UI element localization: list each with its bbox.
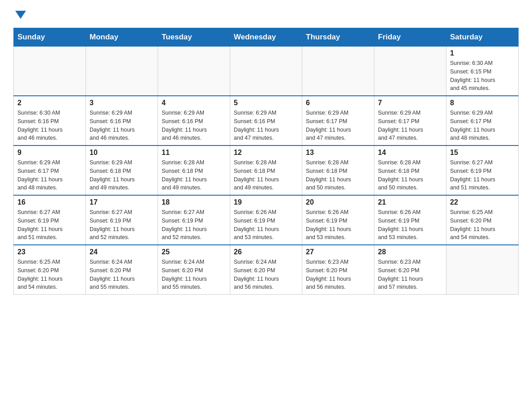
calendar-cell: 16Sunrise: 6:27 AM Sunset: 6:19 PM Dayli… xyxy=(14,195,86,245)
day-sun-info: Sunrise: 6:30 AM Sunset: 6:16 PM Dayligh… xyxy=(17,109,82,142)
day-sun-info: Sunrise: 6:29 AM Sunset: 6:16 PM Dayligh… xyxy=(234,109,298,142)
calendar-table: SundayMondayTuesdayWednesdayThursdayFrid… xyxy=(13,28,519,295)
calendar-cell: 12Sunrise: 6:28 AM Sunset: 6:18 PM Dayli… xyxy=(230,146,302,195)
day-number: 17 xyxy=(90,198,154,206)
day-sun-info: Sunrise: 6:23 AM Sunset: 6:20 PM Dayligh… xyxy=(306,258,370,291)
calendar-cell: 24Sunrise: 6:24 AM Sunset: 6:20 PM Dayli… xyxy=(86,245,158,295)
calendar-cell: 26Sunrise: 6:24 AM Sunset: 6:20 PM Dayli… xyxy=(230,245,302,295)
day-number: 4 xyxy=(162,99,226,107)
calendar-cell: 1Sunrise: 6:30 AM Sunset: 6:15 PM Daylig… xyxy=(446,47,519,96)
day-number: 2 xyxy=(17,99,82,107)
day-number: 6 xyxy=(306,99,370,107)
day-number: 20 xyxy=(306,198,370,206)
calendar-cell: 27Sunrise: 6:23 AM Sunset: 6:20 PM Dayli… xyxy=(302,245,374,295)
day-sun-info: Sunrise: 6:26 AM Sunset: 6:19 PM Dayligh… xyxy=(306,208,370,242)
day-sun-info: Sunrise: 6:29 AM Sunset: 6:17 PM Dayligh… xyxy=(17,158,82,192)
day-sun-info: Sunrise: 6:28 AM Sunset: 6:18 PM Dayligh… xyxy=(162,158,226,192)
day-number: 15 xyxy=(450,149,515,157)
calendar-cell xyxy=(302,47,374,96)
day-sun-info: Sunrise: 6:28 AM Sunset: 6:18 PM Dayligh… xyxy=(378,158,442,192)
calendar-cell: 18Sunrise: 6:27 AM Sunset: 6:19 PM Dayli… xyxy=(158,195,230,245)
day-number: 3 xyxy=(90,99,154,107)
calendar-cell: 28Sunrise: 6:23 AM Sunset: 6:20 PM Dayli… xyxy=(374,245,446,295)
day-sun-info: Sunrise: 6:30 AM Sunset: 6:15 PM Dayligh… xyxy=(450,59,515,93)
calendar-cell: 19Sunrise: 6:26 AM Sunset: 6:19 PM Dayli… xyxy=(230,195,302,245)
day-number: 27 xyxy=(306,248,370,256)
day-sun-info: Sunrise: 6:24 AM Sunset: 6:20 PM Dayligh… xyxy=(90,258,154,291)
calendar-week-row: 16Sunrise: 6:27 AM Sunset: 6:19 PM Dayli… xyxy=(14,195,519,245)
calendar-cell: 3Sunrise: 6:29 AM Sunset: 6:16 PM Daylig… xyxy=(86,96,158,146)
day-sun-info: Sunrise: 6:29 AM Sunset: 6:17 PM Dayligh… xyxy=(450,109,515,142)
day-sun-info: Sunrise: 6:29 AM Sunset: 6:18 PM Dayligh… xyxy=(90,158,154,192)
column-header-tuesday: Tuesday xyxy=(158,28,230,47)
day-number: 5 xyxy=(234,99,298,107)
calendar-cell: 8Sunrise: 6:29 AM Sunset: 6:17 PM Daylig… xyxy=(446,96,519,146)
day-sun-info: Sunrise: 6:25 AM Sunset: 6:20 PM Dayligh… xyxy=(450,208,515,242)
calendar-header-row: SundayMondayTuesdayWednesdayThursdayFrid… xyxy=(14,28,519,47)
day-sun-info: Sunrise: 6:29 AM Sunset: 6:17 PM Dayligh… xyxy=(378,109,442,142)
day-number: 28 xyxy=(378,248,442,256)
calendar-cell: 15Sunrise: 6:27 AM Sunset: 6:19 PM Dayli… xyxy=(446,146,519,195)
calendar-cell: 21Sunrise: 6:26 AM Sunset: 6:19 PM Dayli… xyxy=(374,195,446,245)
day-number: 14 xyxy=(378,149,442,157)
day-sun-info: Sunrise: 6:28 AM Sunset: 6:18 PM Dayligh… xyxy=(234,158,298,192)
day-number: 1 xyxy=(450,49,515,57)
calendar-cell: 9Sunrise: 6:29 AM Sunset: 6:17 PM Daylig… xyxy=(14,146,86,195)
calendar-cell: 7Sunrise: 6:29 AM Sunset: 6:17 PM Daylig… xyxy=(374,96,446,146)
day-number: 21 xyxy=(378,198,442,206)
calendar-cell: 14Sunrise: 6:28 AM Sunset: 6:18 PM Dayli… xyxy=(374,146,446,195)
day-sun-info: Sunrise: 6:26 AM Sunset: 6:19 PM Dayligh… xyxy=(234,208,298,242)
calendar-cell: 13Sunrise: 6:28 AM Sunset: 6:18 PM Dayli… xyxy=(302,146,374,195)
column-header-wednesday: Wednesday xyxy=(230,28,302,47)
column-header-monday: Monday xyxy=(86,28,158,47)
calendar-cell: 17Sunrise: 6:27 AM Sunset: 6:19 PM Dayli… xyxy=(86,195,158,245)
calendar-week-row: 2Sunrise: 6:30 AM Sunset: 6:16 PM Daylig… xyxy=(14,96,519,146)
calendar-cell: 22Sunrise: 6:25 AM Sunset: 6:20 PM Dayli… xyxy=(446,195,519,245)
day-sun-info: Sunrise: 6:27 AM Sunset: 6:19 PM Dayligh… xyxy=(90,208,154,242)
day-sun-info: Sunrise: 6:29 AM Sunset: 6:16 PM Dayligh… xyxy=(162,109,226,142)
day-sun-info: Sunrise: 6:25 AM Sunset: 6:20 PM Dayligh… xyxy=(17,258,82,291)
calendar-cell: 5Sunrise: 6:29 AM Sunset: 6:16 PM Daylig… xyxy=(230,96,302,146)
day-sun-info: Sunrise: 6:28 AM Sunset: 6:18 PM Dayligh… xyxy=(306,158,370,192)
calendar-cell xyxy=(230,47,302,96)
day-number: 19 xyxy=(234,198,298,206)
day-number: 10 xyxy=(90,149,154,157)
day-sun-info: Sunrise: 6:26 AM Sunset: 6:19 PM Dayligh… xyxy=(378,208,442,242)
day-sun-info: Sunrise: 6:23 AM Sunset: 6:20 PM Dayligh… xyxy=(378,258,442,291)
day-number: 18 xyxy=(162,198,226,206)
calendar-cell: 2Sunrise: 6:30 AM Sunset: 6:16 PM Daylig… xyxy=(14,96,86,146)
column-header-thursday: Thursday xyxy=(302,28,374,47)
day-number: 24 xyxy=(90,248,154,256)
calendar-cell: 23Sunrise: 6:25 AM Sunset: 6:20 PM Dayli… xyxy=(14,245,86,295)
day-number: 23 xyxy=(17,248,82,256)
logo-arrow-icon xyxy=(15,11,26,19)
day-sun-info: Sunrise: 6:27 AM Sunset: 6:19 PM Dayligh… xyxy=(17,208,82,242)
day-sun-info: Sunrise: 6:27 AM Sunset: 6:19 PM Dayligh… xyxy=(162,208,226,242)
calendar-week-row: 1Sunrise: 6:30 AM Sunset: 6:15 PM Daylig… xyxy=(14,47,519,96)
calendar-cell: 25Sunrise: 6:24 AM Sunset: 6:20 PM Dayli… xyxy=(158,245,230,295)
day-number: 26 xyxy=(234,248,298,256)
day-number: 25 xyxy=(162,248,226,256)
calendar-cell xyxy=(374,47,446,96)
calendar-cell xyxy=(446,245,519,295)
day-number: 7 xyxy=(378,99,442,107)
column-header-saturday: Saturday xyxy=(446,28,519,47)
calendar-cell xyxy=(86,47,158,96)
day-number: 16 xyxy=(17,198,82,206)
calendar-cell xyxy=(14,47,86,96)
day-sun-info: Sunrise: 6:27 AM Sunset: 6:19 PM Dayligh… xyxy=(450,158,515,192)
day-number: 22 xyxy=(450,198,515,206)
day-number: 12 xyxy=(234,149,298,157)
calendar-cell: 10Sunrise: 6:29 AM Sunset: 6:18 PM Dayli… xyxy=(86,146,158,195)
column-header-sunday: Sunday xyxy=(14,28,86,47)
calendar-cell: 6Sunrise: 6:29 AM Sunset: 6:17 PM Daylig… xyxy=(302,96,374,146)
calendar-cell: 4Sunrise: 6:29 AM Sunset: 6:16 PM Daylig… xyxy=(158,96,230,146)
logo xyxy=(13,9,26,19)
day-sun-info: Sunrise: 6:29 AM Sunset: 6:16 PM Dayligh… xyxy=(90,109,154,142)
day-number: 8 xyxy=(450,99,515,107)
day-sun-info: Sunrise: 6:24 AM Sunset: 6:20 PM Dayligh… xyxy=(162,258,226,291)
day-number: 13 xyxy=(306,149,370,157)
calendar-week-row: 23Sunrise: 6:25 AM Sunset: 6:20 PM Dayli… xyxy=(14,245,519,295)
calendar-cell: 11Sunrise: 6:28 AM Sunset: 6:18 PM Dayli… xyxy=(158,146,230,195)
day-sun-info: Sunrise: 6:29 AM Sunset: 6:17 PM Dayligh… xyxy=(306,109,370,142)
